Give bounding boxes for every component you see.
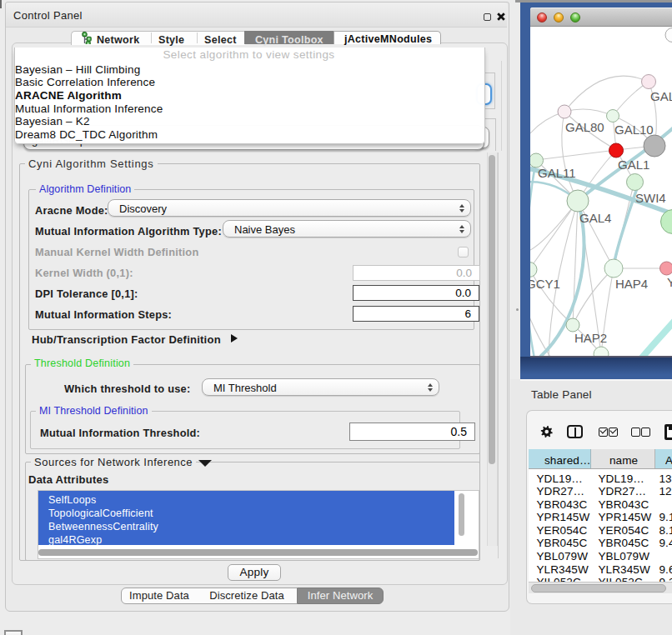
- svg-text:GAL80: GAL80: [565, 120, 604, 134]
- svg-text:HAP4: HAP4: [615, 277, 648, 291]
- svg-text:GAL7: GAL7: [650, 89, 672, 103]
- svg-text:GAL10: GAL10: [614, 122, 654, 137]
- svg-text:SWI4: SWI4: [635, 191, 666, 205]
- svg-text:HAP2: HAP2: [574, 331, 607, 345]
- svg-text:GAL4: GAL4: [579, 211, 611, 225]
- svg-text:GAL11: GAL11: [538, 166, 576, 180]
- svg-text:GAL1: GAL1: [618, 158, 649, 172]
- svg-text:GCY1: GCY1: [530, 277, 560, 291]
- svg-text:YD: YD: [667, 275, 672, 289]
